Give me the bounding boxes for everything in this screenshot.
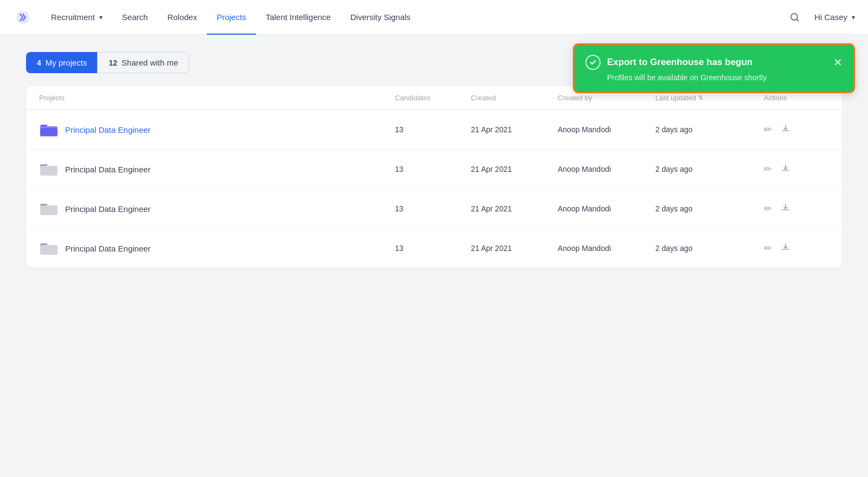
col-header-projects: Projects xyxy=(39,94,395,102)
toast-title: Export to Greenhouse has begun xyxy=(607,57,827,68)
projects-table: Projects Candidates Created Created by L… xyxy=(26,86,842,268)
project-name-plain: Principal Data Engineer xyxy=(65,244,151,253)
project-name-cell: Principal Data Engineer xyxy=(39,120,395,139)
user-menu[interactable]: Hi Casey ▾ xyxy=(814,12,855,22)
edit-icon[interactable]: ✏ xyxy=(764,203,772,215)
download-icon[interactable] xyxy=(781,163,790,176)
folder-icon xyxy=(39,199,59,218)
svg-rect-6 xyxy=(40,166,58,176)
project-name-link[interactable]: Principal Data Engineer xyxy=(65,125,151,134)
table-row: Principal Data Engineer 13 21 Apr 2021 A… xyxy=(26,189,842,229)
edit-icon[interactable]: ✏ xyxy=(764,124,772,136)
project-name-cell: Principal Data Engineer xyxy=(39,159,395,179)
nav-item-talent-intelligence[interactable]: Talent Intelligence xyxy=(256,0,341,35)
last-updated-cell: 2 days ago xyxy=(655,125,764,134)
tab-shared-with-me[interactable]: 12 Shared with me xyxy=(97,52,189,73)
actions-cell: ✏ xyxy=(764,163,829,176)
toast-notification: Export to Greenhouse has begun ✕ Profile… xyxy=(573,43,855,93)
tab-my-projects[interactable]: 4 My projects xyxy=(26,52,98,73)
actions-cell: ✏ xyxy=(764,242,829,255)
toast-header: Export to Greenhouse has begun ✕ xyxy=(585,55,843,70)
actions-cell: ✏ xyxy=(764,124,829,136)
chevron-down-icon: ▾ xyxy=(99,14,103,21)
col-header-actions: Actions xyxy=(764,94,829,102)
download-icon[interactable] xyxy=(781,203,790,215)
folder-icon xyxy=(39,238,59,258)
created-by-cell: Anoop Mandodi xyxy=(558,244,655,253)
candidates-cell: 13 xyxy=(395,204,471,213)
toast-close-button[interactable]: ✕ xyxy=(833,57,843,68)
nav-item-search[interactable]: Search xyxy=(112,0,158,35)
download-icon[interactable] xyxy=(781,242,790,255)
created-cell: 21 Apr 2021 xyxy=(471,204,558,213)
col-header-created: Created xyxy=(471,94,558,102)
project-name-cell: Principal Data Engineer xyxy=(39,199,395,218)
table-row: Principal Data Engineer 13 21 Apr 2021 A… xyxy=(26,150,842,189)
last-updated-cell: 2 days ago xyxy=(655,244,764,253)
sort-icon: ⇅ xyxy=(698,94,703,101)
nav-right: Hi Casey ▾ xyxy=(786,9,855,26)
project-name-plain: Principal Data Engineer xyxy=(65,204,151,214)
col-header-created-by: Created by xyxy=(558,94,655,102)
app-logo xyxy=(13,8,33,27)
success-check-icon xyxy=(585,55,601,70)
search-icon[interactable] xyxy=(786,9,803,26)
svg-rect-7 xyxy=(40,205,58,215)
col-header-last-updated[interactable]: Last updated ⇅ xyxy=(655,94,764,102)
svg-rect-5 xyxy=(40,126,58,136)
tab-buttons: 4 My projects 12 Shared with me xyxy=(26,52,189,73)
toast-body: Profiles will be available on Greenhouse… xyxy=(585,73,843,82)
svg-rect-8 xyxy=(40,245,58,255)
nav-item-rolodex[interactable]: Rolodex xyxy=(157,0,207,35)
folder-icon xyxy=(39,120,59,139)
download-icon[interactable] xyxy=(781,124,790,136)
created-by-cell: Anoop Mandodi xyxy=(558,204,655,213)
created-by-cell: Anoop Mandodi xyxy=(558,125,655,134)
created-by-cell: Anoop Mandodi xyxy=(558,165,655,173)
nav-item-recruitment[interactable]: Recruitment ▾ xyxy=(41,0,112,35)
nav-item-diversity-signals[interactable]: Diversity Signals xyxy=(341,0,420,35)
nav-items: Recruitment ▾ Search Rolodex Projects Ta… xyxy=(41,0,786,35)
folder-icon xyxy=(39,159,59,179)
last-updated-cell: 2 days ago xyxy=(655,204,764,213)
main-content: 4 My projects 12 Shared with me Projects… xyxy=(0,35,868,477)
navbar: Recruitment ▾ Search Rolodex Projects Ta… xyxy=(0,0,868,35)
col-header-candidates: Candidates xyxy=(395,94,471,102)
edit-icon[interactable]: ✏ xyxy=(764,242,772,254)
user-chevron-icon: ▾ xyxy=(852,14,855,21)
created-cell: 21 Apr 2021 xyxy=(471,165,558,173)
table-row: Principal Data Engineer 13 21 Apr 2021 A… xyxy=(26,229,842,268)
project-name-cell: Principal Data Engineer xyxy=(39,238,395,258)
candidates-cell: 13 xyxy=(395,244,471,253)
edit-icon[interactable]: ✏ xyxy=(764,163,772,175)
actions-cell: ✏ xyxy=(764,203,829,215)
candidates-cell: 13 xyxy=(395,165,471,173)
created-cell: 21 Apr 2021 xyxy=(471,125,558,134)
created-cell: 21 Apr 2021 xyxy=(471,244,558,253)
project-name-plain: Principal Data Engineer xyxy=(65,165,151,174)
candidates-cell: 13 xyxy=(395,125,471,134)
nav-item-projects[interactable]: Projects xyxy=(207,0,256,35)
user-greeting: Hi Casey xyxy=(814,12,847,22)
toast-wrapper: Export to Greenhouse has begun ✕ Profile… xyxy=(573,43,855,93)
table-row: Principal Data Engineer 13 21 Apr 2021 A… xyxy=(26,110,842,150)
last-updated-cell: 2 days ago xyxy=(655,165,764,173)
